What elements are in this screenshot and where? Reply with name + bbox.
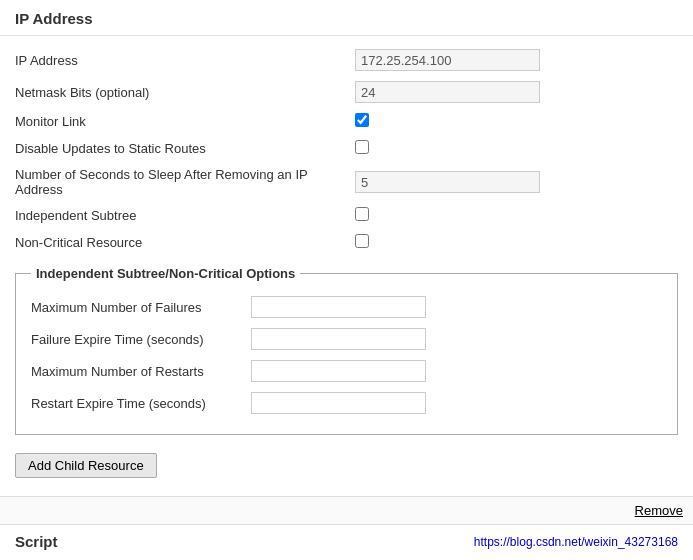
sleep-seconds-label: Number of Seconds to Sleep After Removin…: [15, 167, 355, 197]
independent-subtree-label: Independent Subtree: [15, 208, 355, 223]
remove-bar: Remove: [0, 496, 693, 524]
monitor-link-checkbox-wrap: [355, 113, 678, 130]
non-critical-label: Non-Critical Resource: [15, 235, 355, 250]
remove-link[interactable]: Remove: [635, 503, 683, 518]
max-restarts-input[interactable]: [251, 360, 426, 382]
independent-subtree-fieldset: Independent Subtree/Non-Critical Options…: [15, 266, 678, 435]
failure-expire-input[interactable]: [251, 328, 426, 350]
independent-subtree-checkbox-wrap: [355, 207, 678, 224]
failure-expire-row: Failure Expire Time (seconds): [31, 323, 662, 355]
restart-expire-input[interactable]: [251, 392, 426, 414]
failure-expire-label: Failure Expire Time (seconds): [31, 332, 251, 347]
non-critical-checkbox-wrap: [355, 234, 678, 251]
netmask-row: Netmask Bits (optional): [15, 76, 678, 108]
restart-expire-label: Restart Expire Time (seconds): [31, 396, 251, 411]
ip-address-input-wrap: [355, 49, 678, 71]
restart-expire-row: Restart Expire Time (seconds): [31, 387, 662, 419]
disable-updates-label: Disable Updates to Static Routes: [15, 141, 355, 156]
independent-subtree-row: Independent Subtree: [15, 202, 678, 229]
form-area: IP Address Netmask Bits (optional) Monit…: [0, 36, 693, 496]
fieldset-legend: Independent Subtree/Non-Critical Options: [31, 266, 300, 281]
sleep-seconds-row: Number of Seconds to Sleep After Removin…: [15, 162, 678, 202]
script-link[interactable]: https://blog.csdn.net/weixin_43273168: [474, 535, 678, 549]
section-title: IP Address: [0, 0, 693, 36]
add-child-resource-button[interactable]: Add Child Resource: [15, 453, 157, 478]
ip-address-row: IP Address: [15, 44, 678, 76]
max-restarts-label: Maximum Number of Restarts: [31, 364, 251, 379]
ip-address-input[interactable]: [355, 49, 540, 71]
monitor-link-label: Monitor Link: [15, 114, 355, 129]
max-failures-label: Maximum Number of Failures: [31, 300, 251, 315]
script-bar: Script https://blog.csdn.net/weixin_4327…: [0, 524, 693, 558]
non-critical-checkbox[interactable]: [355, 234, 369, 248]
sleep-seconds-input-wrap: [355, 171, 678, 193]
ip-address-label: IP Address: [15, 53, 355, 68]
max-restarts-row: Maximum Number of Restarts: [31, 355, 662, 387]
disable-updates-row: Disable Updates to Static Routes: [15, 135, 678, 162]
script-title: Script: [15, 533, 58, 550]
sleep-seconds-input[interactable]: [355, 171, 540, 193]
non-critical-row: Non-Critical Resource: [15, 229, 678, 256]
monitor-link-checkbox[interactable]: [355, 113, 369, 127]
netmask-label: Netmask Bits (optional): [15, 85, 355, 100]
max-failures-input[interactable]: [251, 296, 426, 318]
max-failures-row: Maximum Number of Failures: [31, 291, 662, 323]
netmask-input[interactable]: [355, 81, 540, 103]
disable-updates-checkbox[interactable]: [355, 140, 369, 154]
disable-updates-checkbox-wrap: [355, 140, 678, 157]
monitor-link-row: Monitor Link: [15, 108, 678, 135]
independent-subtree-checkbox[interactable]: [355, 207, 369, 221]
netmask-input-wrap: [355, 81, 678, 103]
